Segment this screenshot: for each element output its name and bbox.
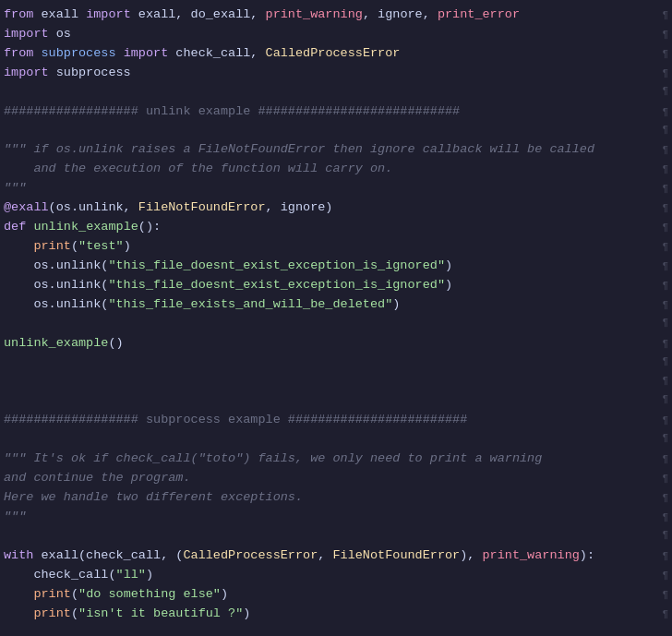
code-line: and continue the program.¶ — [0, 469, 672, 488]
token-plain: ( — [71, 587, 78, 601]
line-content: """ — [4, 508, 662, 527]
pilcrow-icon: ¶ — [662, 451, 668, 467]
code-line: @exall(os.unlink, FileNotFoundError, ign… — [0, 198, 672, 218]
line-content: print("test") — [4, 237, 662, 257]
pilcrow-icon: ¶ — [662, 239, 668, 255]
token-docstr: """ if os.unlink raises a FileNotFoundEr… — [4, 142, 594, 156]
pilcrow-icon: ¶ — [662, 548, 668, 564]
code-line: ¶ — [0, 373, 672, 392]
code-line: ¶ — [0, 315, 672, 334]
token-cls: CalledProcessError — [183, 548, 318, 562]
line-content: """ if os.unlink raises a FileNotFoundEr… — [4, 140, 662, 160]
pilcrow-icon: ¶ — [662, 471, 668, 486]
line-content: import subprocess — [4, 64, 662, 83]
token-builtin: print — [33, 239, 71, 253]
token-plain: ), — [460, 548, 482, 562]
code-line: ################## unlink example ######… — [0, 102, 672, 122]
code-line: """ It's ok if check_call("toto") fails,… — [0, 450, 672, 469]
token-plain: (os.unlink, — [49, 200, 138, 214]
line-content: @exall(os.unlink, FileNotFoundError, ign… — [4, 198, 662, 218]
code-line: ¶ — [0, 527, 672, 546]
pilcrow-icon: ¶ — [662, 7, 668, 23]
token-docstr: Here we handle two different exceptions. — [4, 490, 303, 504]
pilcrow-icon: ¶ — [662, 527, 668, 543]
code-line: check_call("ll")¶ — [0, 566, 672, 585]
code-line: """¶ — [0, 508, 672, 527]
line-content: from exall import exall, do_exall, print… — [4, 6, 662, 25]
pilcrow-icon: ¶ — [662, 104, 668, 120]
code-line: ¶ — [0, 122, 672, 141]
code-line: os.unlink("this_file_doesnt_exist_except… — [0, 276, 672, 295]
token-kw: from — [4, 7, 33, 21]
pilcrow-icon: ¶ — [662, 258, 668, 274]
token-str: "this_file_doesnt_exist_exception_is_ign… — [108, 278, 445, 292]
token-str: "ll" — [116, 568, 146, 582]
token-str: "this_file_doesnt_exist_exception_is_ign… — [108, 258, 445, 272]
line-content: os.unlink("this_file_doesnt_exist_except… — [4, 257, 662, 276]
pilcrow-icon: ¶ — [662, 413, 668, 428]
line-content: """ It's ok if check_call("toto") fails,… — [4, 450, 662, 469]
token-plain: ) — [243, 606, 250, 620]
token-kw: import — [86, 7, 131, 21]
code-line: Here we handle two different exceptions.… — [0, 488, 672, 508]
code-line: from exall import exall, do_exall, print… — [0, 6, 672, 25]
token-deco: @exall — [4, 200, 49, 214]
token-plain: check_call, — [168, 46, 265, 60]
pilcrow-icon: ¶ — [662, 278, 668, 294]
token-str: "isn't it beautiful ?" — [78, 606, 243, 620]
pilcrow-icon: ¶ — [662, 587, 668, 603]
token-plain: ( — [71, 606, 78, 620]
token-fn-def: unlink_example — [4, 336, 108, 350]
token-plain: (): — [138, 220, 161, 234]
token-plain: ) — [445, 258, 452, 272]
pilcrow-icon: ¶ — [662, 142, 668, 158]
token-plain: () — [108, 336, 123, 350]
token-plain: ) — [445, 278, 452, 292]
pilcrow-icon: ¶ — [662, 162, 668, 177]
token-plain — [33, 46, 41, 60]
token-kw: import — [4, 66, 49, 79]
token-kw: from — [4, 46, 33, 60]
pilcrow-icon: ¶ — [662, 122, 668, 138]
pilcrow-icon: ¶ — [662, 315, 668, 330]
token-plain: exall(check_call, ( — [33, 548, 183, 562]
token-plain: check_call( — [4, 568, 116, 582]
code-line: ¶ — [0, 430, 672, 450]
code-line: unlink_example()¶ — [0, 334, 672, 354]
pilcrow-icon: ¶ — [662, 510, 668, 525]
line-content: print("isn't it beautiful ?") — [4, 605, 662, 624]
pilcrow-icon: ¶ — [662, 391, 668, 407]
token-builtin: print — [33, 587, 71, 601]
code-line: and the execution of the function will c… — [0, 160, 672, 179]
code-line: print("test")¶ — [0, 237, 672, 257]
pilcrow-icon: ¶ — [662, 490, 668, 506]
token-plain: ( — [71, 239, 78, 253]
code-line: """¶ — [0, 179, 672, 198]
token-plain: exall, do_exall, — [131, 7, 266, 21]
line-content: ################## unlink example ######… — [4, 102, 662, 122]
token-plain: os.unlink( — [4, 297, 108, 311]
line-content: with exall(check_call, (CalledProcessErr… — [4, 546, 662, 566]
token-docstr: and continue the program. — [4, 471, 191, 485]
token-kw: def — [4, 220, 26, 234]
code-line: ¶ — [0, 391, 672, 411]
token-str: "do something else" — [78, 587, 221, 601]
token-kw: with — [4, 548, 33, 562]
token-plain — [116, 46, 124, 60]
pilcrow-icon: ¶ — [662, 568, 668, 583]
code-line: ¶ — [0, 83, 672, 102]
code-editor: from exall import exall, do_exall, print… — [0, 0, 672, 630]
pilcrow-icon: ¶ — [662, 336, 668, 352]
token-plain — [4, 239, 33, 253]
line-content: os.unlink("this_file_exists_and_will_be_… — [4, 295, 662, 315]
pilcrow-icon: ¶ — [662, 200, 668, 216]
token-builtin: print — [33, 606, 71, 620]
token-plain: exall — [33, 7, 86, 21]
code-line: ¶ — [0, 354, 672, 373]
pilcrow-icon: ¶ — [662, 181, 668, 197]
pilcrow-icon: ¶ — [662, 83, 668, 99]
code-line: import subprocess¶ — [0, 64, 672, 83]
line-content: print("do something else") — [4, 585, 662, 605]
line-content: unlink_example() — [4, 334, 662, 354]
code-line: ################## subprocess example ##… — [0, 411, 672, 430]
